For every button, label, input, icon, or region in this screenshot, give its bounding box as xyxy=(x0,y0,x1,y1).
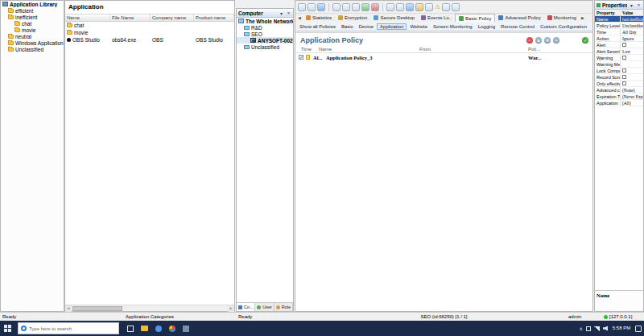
taskbar-search[interactable]: Type here to search xyxy=(18,322,119,334)
cut-icon[interactable] xyxy=(332,3,341,11)
subtab-remote-control[interactable]: Remote Control xyxy=(498,23,537,30)
column-header-product-name[interactable]: Product name xyxy=(194,15,234,21)
chrome-icon[interactable] xyxy=(169,326,175,332)
refresh-icon[interactable] xyxy=(406,3,414,11)
taskbar-clock[interactable]: 5:58 PM xyxy=(611,326,632,331)
property-row-warning-message[interactable]: Warning Message xyxy=(595,61,643,68)
scrollbar-thumb[interactable] xyxy=(72,306,122,311)
tab-role[interactable]: Role xyxy=(275,303,293,311)
table-row-obs-studio[interactable]: OBS Studio obs64.exe OBS OBS Studio xyxy=(65,36,234,44)
column-header-from[interactable]: From xyxy=(419,47,431,52)
property-row-time[interactable]: Time All Day xyxy=(595,29,643,35)
library-node-movie[interactable]: movie xyxy=(1,27,64,33)
column-header-time[interactable]: Time xyxy=(301,47,312,52)
property-row-alert[interactable]: Alert xyxy=(595,42,643,48)
task-view-icon[interactable] xyxy=(127,326,134,332)
tab-scroll-right-icon[interactable]: ▶ xyxy=(580,14,586,22)
pin-icon[interactable]: ▾ xyxy=(279,10,284,16)
add-icon[interactable] xyxy=(361,3,369,11)
property-row-alert-severity[interactable]: Alert Severity Low xyxy=(595,48,643,55)
property-row-lock-computer[interactable]: Lock Computer xyxy=(595,68,643,74)
confirm-button[interactable]: ✓ xyxy=(582,37,588,44)
property-row-name[interactable]: Name ban inefficient xyxy=(595,16,643,23)
tray-expand-icon[interactable]: ∧ xyxy=(580,326,583,331)
property-row-application[interactable]: Application (All) xyxy=(595,100,643,106)
scroll-right-icon[interactable]: ► xyxy=(228,305,234,312)
record-screen-checkbox[interactable] xyxy=(622,75,626,79)
delete-icon[interactable] xyxy=(371,3,379,11)
file-explorer-icon[interactable] xyxy=(141,326,148,331)
action-center-icon[interactable] xyxy=(635,326,642,332)
browser-icon[interactable] xyxy=(155,326,162,332)
open-icon[interactable] xyxy=(308,3,316,11)
subtab-show-all-policies[interactable]: Show all Policies xyxy=(297,23,338,30)
pin-icon[interactable]: ▾ xyxy=(629,2,634,8)
start-button[interactable] xyxy=(4,325,11,332)
library-node-neutral[interactable]: neutral xyxy=(1,33,64,39)
tab-advanced-policy[interactable]: Advanced Policy xyxy=(495,14,543,22)
alert-checkbox[interactable] xyxy=(622,43,626,47)
volume-icon[interactable] xyxy=(603,326,608,331)
scroll-left-icon[interactable]: ◄ xyxy=(65,305,72,312)
property-row-advanced-condition[interactable]: Advanced condition (None) xyxy=(595,87,643,93)
network-status-icon[interactable] xyxy=(594,326,600,331)
library-root-node[interactable]: Application Library xyxy=(1,1,64,7)
move-down-button[interactable]: ▼ xyxy=(544,37,551,44)
close-icon[interactable]: × xyxy=(286,10,291,15)
move-up-button[interactable]: ▲ xyxy=(535,37,542,44)
close-icon[interactable]: × xyxy=(636,2,642,7)
help-icon[interactable] xyxy=(452,3,460,11)
tab-statistics[interactable]: Statistics xyxy=(303,14,335,22)
tab-secure-desktop[interactable]: Secure Desktop xyxy=(370,14,418,22)
app-window-icon[interactable] xyxy=(183,326,189,332)
property-row-action[interactable]: Action Ignore xyxy=(595,35,643,42)
computer-node-rd[interactable]: R&D xyxy=(237,24,293,31)
subtab-website[interactable]: Website xyxy=(407,23,430,30)
computer-node-whole-network[interactable]: The Whole Network xyxy=(237,18,293,24)
property-row-only-effective-while[interactable]: Only effective while xyxy=(595,81,643,87)
table-row-chat[interactable]: chat xyxy=(65,22,234,29)
property-row-record-screen[interactable]: Record Screen xyxy=(595,74,643,81)
column-header-file-name[interactable]: File Name xyxy=(110,15,151,21)
subtab-screen-monitoring[interactable]: Screen Monitoring xyxy=(431,23,475,30)
warning-icon[interactable]: ⚠ xyxy=(435,3,440,11)
library-node-unclassified[interactable]: Unclassified xyxy=(1,46,64,52)
column-header-policy[interactable]: Poli... xyxy=(528,47,540,52)
library-node-inefficient[interactable]: inefficient xyxy=(1,14,64,20)
warning-checkbox[interactable] xyxy=(622,56,626,60)
tray-app-icon[interactable] xyxy=(586,326,591,331)
computer-node-seo[interactable]: SEO xyxy=(237,31,293,37)
subtab-basic[interactable]: Basic xyxy=(339,23,356,30)
computer-node-unclassified[interactable]: Unclassified xyxy=(237,44,293,50)
subtab-custom-configuration[interactable]: Custom Configuration xyxy=(538,23,589,30)
subtab-device[interactable]: Device xyxy=(357,23,376,30)
subtab-application[interactable]: Application xyxy=(377,23,407,30)
settings-icon[interactable] xyxy=(442,3,450,11)
filter-icon[interactable] xyxy=(396,3,404,11)
column-header-name[interactable]: Name xyxy=(65,15,110,21)
search-icon[interactable] xyxy=(386,3,394,11)
tab-scroll-left-icon[interactable]: ◀ xyxy=(296,14,303,22)
delete-policy-button[interactable]: − xyxy=(526,37,533,44)
library-node-efficient[interactable]: efficient xyxy=(1,7,64,14)
tab-events-log[interactable]: Events Lo.. xyxy=(418,14,455,22)
tab-user[interactable]: User xyxy=(255,303,274,311)
print-icon[interactable] xyxy=(425,3,433,11)
tab-basic-policy[interactable]: Basic Policy xyxy=(455,14,495,22)
property-row-policy-level[interactable]: Policy Level Unclassified xyxy=(595,23,643,29)
paste-icon[interactable] xyxy=(352,3,360,11)
save-icon[interactable] xyxy=(317,3,325,11)
subtab-logging[interactable]: Logging xyxy=(476,23,497,30)
tab-computer[interactable]: Co... xyxy=(237,303,255,311)
tab-encryption[interactable]: Encryption xyxy=(335,14,370,22)
policy-row[interactable]: ✓ Al... Application Policy_3 War... xyxy=(295,54,592,61)
property-row-warning[interactable]: Warning xyxy=(595,55,643,61)
policy-enabled-checkbox[interactable]: ✓ xyxy=(299,55,303,60)
column-header-name[interactable]: Name xyxy=(319,47,332,52)
more-actions-button[interactable]: • xyxy=(553,37,559,44)
table-row-movie[interactable]: movie xyxy=(65,29,234,36)
horizontal-scrollbar[interactable]: ◄ ► xyxy=(65,305,234,311)
copy-icon[interactable] xyxy=(342,3,350,11)
computer-node-anysoft-002[interactable]: ANYSOFT-002 xyxy=(237,37,293,44)
property-row-expiration-time[interactable]: Expiration Time (Never Expire) xyxy=(595,93,643,100)
